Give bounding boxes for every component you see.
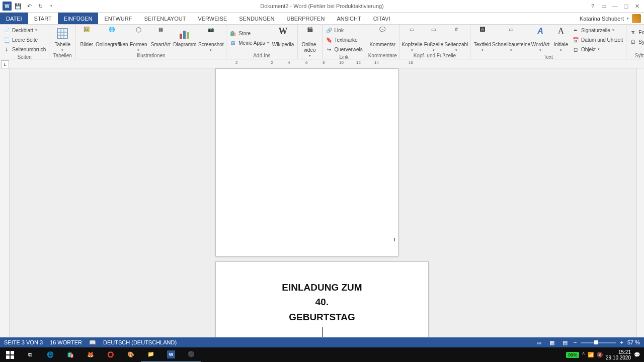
user-menu-icon[interactable]: ▾	[627, 17, 629, 21]
formen-button[interactable]: ◯Formen▾	[128, 26, 148, 52]
tab-start[interactable]: START	[28, 13, 58, 24]
zoom-slider[interactable]	[581, 342, 616, 343]
onlinevideo-button[interactable]: 🎬Online-video▾	[300, 26, 320, 58]
meine-apps-button[interactable]: ⊞Meine Apps▾	[228, 38, 270, 47]
schnellbausteine-button[interactable]: ▭Schnellbausteine▾	[494, 26, 529, 52]
seitenzahl-button[interactable]: #Seitenzahl▾	[445, 26, 468, 52]
svg-rect-6	[183, 31, 186, 39]
bilder-button[interactable]: 🖼️Bilder	[78, 26, 95, 47]
signaturzeile-button[interactable]: ✒Signaturzeile▾	[571, 26, 615, 35]
view-read-icon[interactable]: ▭	[534, 338, 543, 346]
status-page[interactable]: SEITE 3 VON 3	[4, 339, 43, 345]
user-name[interactable]: Katarina Schubert	[580, 16, 624, 22]
symbol-button[interactable]: ΩSymbol▾	[628, 37, 644, 46]
screenshot-button[interactable]: 📷Screenshot▾	[198, 26, 224, 52]
header-icon: ▭	[405, 27, 419, 41]
tab-citavi[interactable]: CITAVI	[367, 13, 396, 24]
help-icon[interactable]: ?	[588, 1, 598, 11]
zoom-out-icon[interactable]: −	[574, 339, 577, 345]
smartart-button[interactable]: ▦SmartArt	[149, 26, 172, 47]
wikipedia-button[interactable]: WWikipedia	[271, 26, 295, 47]
formel-button[interactable]: πFormel▾	[628, 28, 644, 37]
user-avatar[interactable]	[632, 14, 641, 23]
tab-einfuegen[interactable]: EINFÜGEN	[58, 13, 99, 24]
ruler-vertical[interactable]	[0, 68, 10, 337]
undo-icon[interactable]: ↶	[24, 1, 34, 11]
minimize-icon[interactable]: —	[610, 1, 620, 11]
ribbon-display-icon[interactable]: ▭	[599, 1, 609, 11]
chrome-icon[interactable]: ⭕	[101, 347, 121, 362]
textfeld-button[interactable]: 🅰Textfeld▾	[472, 26, 493, 52]
tab-selector[interactable]: L	[1, 60, 9, 68]
word-taskbar-icon[interactable]: W	[161, 347, 181, 362]
store-taskbar-icon[interactable]: 🛍️	[60, 347, 80, 362]
tray-chevron-icon[interactable]: ^	[582, 352, 585, 357]
onlinegrafiken-button[interactable]: 🌐Onlinegrafiken	[96, 26, 127, 47]
start-button[interactable]	[0, 347, 20, 362]
querverweis-button[interactable]: ↪Querverweis	[325, 45, 364, 54]
edge-icon[interactable]: 🌐	[40, 347, 60, 362]
objekt-button[interactable]: ◻Objekt▾	[571, 45, 601, 54]
battery-indicator[interactable]: 99%	[566, 352, 579, 358]
obs-icon[interactable]: ⚫	[181, 347, 201, 362]
scrollbar-vertical[interactable]	[636, 68, 644, 337]
taskbar: ⧉ 🌐 🛍️ 🦊 ⭕ 🎨 📁 W ⚫ 99% ^ 📶 🔇 15:21 29.10…	[0, 347, 644, 362]
view-web-icon[interactable]: ▤	[560, 338, 570, 346]
fusszeile-button[interactable]: ▭Fußzeile▾	[424, 26, 444, 52]
store-button[interactable]: 🛍️Store	[228, 29, 252, 38]
document-area[interactable]: EINLADUNG ZUM 40. GEBURTSTAG I	[0, 68, 644, 337]
page-current[interactable]: EINLADUNG ZUM 40. GEBURTSTAG	[215, 261, 429, 337]
word-app-icon[interactable]: W	[2, 1, 12, 11]
textmarke-button[interactable]: 🔖Textmarke	[325, 35, 359, 44]
group-medien: 🎬Online-video▾ Medien	[298, 25, 323, 59]
save-icon[interactable]: 💾	[13, 1, 23, 11]
paint-icon[interactable]: 🎨	[121, 347, 141, 362]
tab-verweise[interactable]: VERWEISE	[192, 13, 233, 24]
deckblatt-button[interactable]: 📄Deckblatt▾	[2, 26, 38, 35]
leere-seite-button[interactable]: 📃Leere Seite	[2, 35, 39, 44]
status-language[interactable]: DEUTSCH (DEUTSCHLAND)	[103, 339, 177, 345]
collapse-ribbon-icon[interactable]: ^	[639, 52, 642, 58]
tab-entwurf[interactable]: ENTWURF	[98, 13, 138, 24]
wordart-button[interactable]: AWordArt▾	[530, 26, 551, 52]
tab-ueberpruefen[interactable]: ÜBERPRÜFEN	[281, 13, 331, 24]
diagramm-button[interactable]: Diagramm	[173, 26, 197, 47]
tab-sendungen[interactable]: SENDUNGEN	[233, 13, 280, 24]
datum-uhrzeit-button[interactable]: 📅Datum und Uhrzeit	[571, 35, 624, 44]
kommentar-button[interactable]: 💬Kommentar	[369, 26, 396, 47]
maximize-icon[interactable]: ▢	[621, 1, 631, 11]
kopfzeile-button[interactable]: ▭Kopfzeile▾	[401, 26, 423, 52]
initiale-button[interactable]: AInitiale▾	[552, 26, 570, 52]
notifications-icon[interactable]: 💬	[634, 352, 640, 357]
textbox-icon: 🅰	[475, 27, 490, 41]
document-text[interactable]: EINLADUNG ZUM 40. GEBURTSTAG	[231, 280, 413, 337]
page-number-icon: #	[449, 27, 463, 41]
explorer-icon[interactable]: 📁	[141, 347, 161, 362]
clock[interactable]: 15:21 29.10.2020	[606, 349, 631, 360]
ruler-horizontal[interactable]: L 2 2 4 6 8 10 12 14 18	[0, 59, 644, 68]
tab-ansicht[interactable]: ANSICHT	[331, 13, 367, 24]
page-previous[interactable]	[215, 68, 398, 256]
status-proofing-icon[interactable]: 📖	[89, 339, 96, 346]
window-title: Dokument2 - Word (Fehler bei Produktakti…	[260, 3, 384, 9]
link-button[interactable]: 🔗Link	[325, 26, 345, 35]
firefox-icon[interactable]: 🦊	[80, 347, 101, 362]
tab-seitenlayout[interactable]: SEITENLAYOUT	[138, 13, 192, 24]
zoom-in-icon[interactable]: +	[620, 339, 623, 345]
qat-customize-icon[interactable]: ▾	[46, 1, 56, 11]
taskview-icon[interactable]: ⧉	[20, 347, 40, 362]
tab-datei[interactable]: DATEI	[0, 13, 28, 24]
group-seiten: 📄Deckblatt▾ 📃Leere Seite ⤓Seitenumbruch …	[0, 25, 49, 59]
shapes-icon: ◯	[131, 27, 145, 41]
close-icon[interactable]: ✕	[632, 1, 642, 11]
tray-volume-icon[interactable]: 🔇	[597, 352, 603, 357]
tabelle-button[interactable]: Tabelle▾	[51, 26, 73, 52]
zoom-level[interactable]: 57 %	[627, 339, 640, 345]
svg-rect-7	[187, 32, 189, 39]
quickparts-icon: ▭	[504, 27, 518, 41]
status-words[interactable]: 16 WÖRTER	[50, 339, 82, 345]
seitenumbruch-button[interactable]: ⤓Seitenumbruch	[2, 45, 47, 54]
view-print-icon[interactable]: ▦	[547, 338, 556, 346]
redo-icon[interactable]: ↻	[35, 1, 45, 11]
tray-network-icon[interactable]: 📶	[588, 352, 594, 357]
